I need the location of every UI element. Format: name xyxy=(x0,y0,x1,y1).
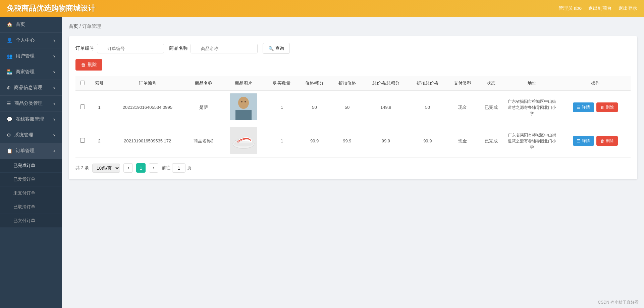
cell-actions-0: ☰ 详情 🗑 删除 xyxy=(560,91,631,124)
cell-status-0: 已完成 xyxy=(478,91,504,124)
th-actions: 操作 xyxy=(560,76,631,91)
detail-icon-0: ☰ xyxy=(577,105,581,110)
cell-price-0: 50 xyxy=(298,91,331,124)
product-name-label: 商品名称 xyxy=(169,45,188,51)
category-icon: ☰ xyxy=(7,101,11,106)
cell-discount-price-1: 99.9 xyxy=(331,124,363,158)
pagination: 共 2 条 10条/页 20条/页 50条/页 ‹ 1 › 前往 页 xyxy=(75,163,631,173)
sidebar-item-home[interactable]: 🏠 首页 xyxy=(0,17,62,33)
home-icon: 🏠 xyxy=(7,22,12,27)
select-all-checkbox[interactable] xyxy=(80,81,85,85)
sidebar-item-product-info[interactable]: ⊕ 商品信息管理 ∨ xyxy=(0,80,62,96)
orders-table: 索引 订单编号 商品名称 商品图片 购买数量 价格/积分 折扣价格 总价格/总积… xyxy=(75,76,631,158)
header: 免税商品优选购物商城设计 管理员 abo 退出到商台 退出登录 xyxy=(0,0,644,17)
cell-payment-1: 现金 xyxy=(446,124,478,158)
row-checkbox-0[interactable] xyxy=(80,104,85,109)
batch-delete-button[interactable]: 🗑 删除 xyxy=(75,59,102,71)
table-row: 22021319016509535 172商品名称2 199.999.999.9… xyxy=(75,124,631,158)
sidebar-item-order-mgmt[interactable]: 📋 订单管理 ∧ xyxy=(0,143,62,159)
sidebar-subitem-shipped-orders[interactable]: 已发货订单 xyxy=(0,173,62,186)
completed-orders-label: 已完成订单 xyxy=(13,163,35,168)
cell-product-name-0: 是萨 xyxy=(186,91,221,124)
order-no-input[interactable] xyxy=(97,44,164,53)
cell-index-0: 1 xyxy=(90,91,109,124)
row-delete-button-1[interactable]: 🗑 删除 xyxy=(596,136,618,146)
sidebar-item-merchant-mgmt[interactable]: 🏪 商家管理 ∨ xyxy=(0,64,62,80)
svg-point-3 xyxy=(239,98,248,107)
th-index: 索引 xyxy=(90,76,109,91)
detail-button-1[interactable]: ☰ 详情 xyxy=(573,136,594,146)
sidebar-product-info-label: 商品信息管理 xyxy=(14,85,42,91)
th-order-no: 订单编号 xyxy=(109,76,186,91)
order-submenu: 已完成订单 已发货订单 未支付订单 已取消订单 已支付订单 xyxy=(0,159,62,228)
page-label: 页 xyxy=(187,165,192,171)
sidebar-item-product-category[interactable]: ☰ 商品分类管理 ∨ xyxy=(0,96,62,112)
row-delete-button-0[interactable]: 🗑 删除 xyxy=(596,102,618,112)
watermark-text: CSDN @小桔子真好看 xyxy=(598,300,639,305)
goto-label: 前往 xyxy=(162,165,170,171)
th-quantity: 购买数量 xyxy=(266,76,298,91)
sidebar-item-profile[interactable]: 👤 个人中心 ∨ xyxy=(0,33,62,48)
cell-product-img-0 xyxy=(221,91,266,124)
cell-price-1: 99.9 xyxy=(298,124,331,158)
cell-actions-1: ☰ 详情 🗑 删除 xyxy=(560,124,631,158)
breadcrumb: 首页 / 订单管理 xyxy=(69,24,637,30)
table-row: 12021319016405534 0995是萨 15050149.950现金已… xyxy=(75,91,631,124)
unpaid-orders-label: 未支付订单 xyxy=(13,190,35,195)
cell-total-price-1: 99.9 xyxy=(363,124,409,158)
th-discount-price: 折扣价格 xyxy=(331,76,363,91)
query-search-icon: 🔍 xyxy=(268,46,274,51)
cell-order-no-0: 2021319016405534 0995 xyxy=(109,91,186,124)
sidebar-subitem-paid-orders[interactable]: 已支付订单 xyxy=(0,214,62,228)
row-delete-icon-1: 🗑 xyxy=(600,139,604,143)
sidebar-merchant-label: 商家管理 xyxy=(16,69,35,75)
next-page-button[interactable]: › xyxy=(149,163,158,173)
breadcrumb-home[interactable]: 首页 xyxy=(69,24,78,29)
site-title: 免税商品优选购物商城设计 xyxy=(7,3,95,13)
th-product-name: 商品名称 xyxy=(186,76,221,91)
shipped-orders-label: 已发货订单 xyxy=(13,177,35,182)
logout-link[interactable]: 退出登录 xyxy=(619,5,637,11)
merchant-mgmt-arrow: ∨ xyxy=(53,70,55,74)
th-price-points: 价格/积分 xyxy=(298,76,331,91)
sidebar-item-online-service[interactable]: 💬 在线客服管理 ∨ xyxy=(0,112,62,127)
order-no-label: 订单编号 xyxy=(75,45,94,51)
system-mgmt-arrow: ∨ xyxy=(53,133,55,137)
th-payment-type: 支付类型 xyxy=(446,76,478,91)
product-name-input-wrapper: 🔍 xyxy=(191,44,258,53)
layout: 🏠 首页 👤 个人中心 ∨ 👥 用户管理 ∨ 🏪 商家管理 ∨ xyxy=(0,17,644,308)
current-page-number[interactable]: 1 xyxy=(136,163,146,173)
th-checkbox xyxy=(75,76,90,91)
query-button[interactable]: 🔍 查询 xyxy=(263,43,290,54)
prev-page-button[interactable]: ‹ xyxy=(123,163,133,173)
back-to-store-link[interactable]: 退出到商台 xyxy=(588,5,612,11)
sidebar-item-system-mgmt[interactable]: ⚙ 系统管理 ∨ xyxy=(0,127,62,143)
breadcrumb-current: 订单管理 xyxy=(82,24,101,29)
cell-payment-0: 现金 xyxy=(446,91,478,124)
store-icon: 🏪 xyxy=(7,69,12,75)
sidebar-subitem-cancelled-orders[interactable]: 已取消订单 xyxy=(0,200,62,214)
detail-button-0[interactable]: ☰ 详情 xyxy=(573,102,594,112)
product-img-shoes-1 xyxy=(230,127,257,154)
cell-order-no-1: 2021319016509535 172 xyxy=(109,124,186,158)
cell-qty-1: 1 xyxy=(266,124,298,158)
cell-discount-price-0: 50 xyxy=(331,91,363,124)
sidebar-subitem-completed-orders[interactable]: 已完成订单 xyxy=(0,159,62,173)
main-card: 订单编号 🔍 商品名称 🔍 🔍 查询 xyxy=(69,36,637,179)
detail-icon-1: ☰ xyxy=(577,139,581,143)
cell-product-img-1 xyxy=(221,124,266,158)
svg-point-8 xyxy=(233,141,254,146)
sidebar-subitem-unpaid-orders[interactable]: 未支付订单 xyxy=(0,186,62,200)
row-checkbox-1[interactable] xyxy=(80,138,85,143)
page-size-select[interactable]: 10条/页 20条/页 50条/页 xyxy=(92,164,120,173)
user-icon: 👤 xyxy=(7,38,12,43)
product-img-person-0 xyxy=(230,93,257,120)
goto-page-input[interactable] xyxy=(172,163,185,173)
product-category-arrow: ∨ xyxy=(53,102,55,105)
search-bar: 订单编号 🔍 商品名称 🔍 🔍 查询 xyxy=(75,43,631,54)
table-header: 索引 订单编号 商品名称 商品图片 购买数量 价格/积分 折扣价格 总价格/总积… xyxy=(75,76,631,91)
order-no-input-wrapper: 🔍 xyxy=(97,44,164,53)
sidebar-item-user-mgmt[interactable]: 👥 用户管理 ∨ xyxy=(0,48,62,64)
sidebar-profile-label: 个人中心 xyxy=(16,37,35,43)
product-name-input[interactable] xyxy=(191,44,258,53)
